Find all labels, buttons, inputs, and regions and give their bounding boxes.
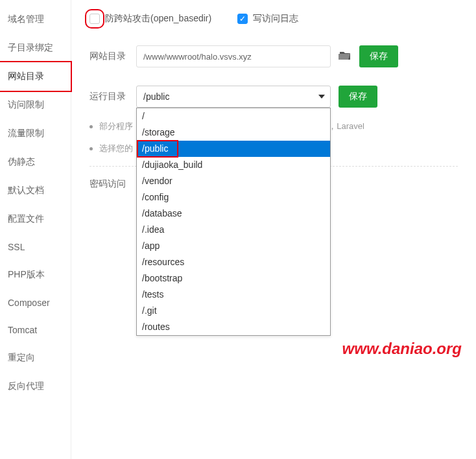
site-dir-input[interactable] bbox=[136, 45, 331, 67]
chevron-down-icon bbox=[318, 95, 325, 99]
sidebar-item-default-doc[interactable]: 默认文档 bbox=[0, 176, 71, 205]
dropdown-option[interactable]: /app bbox=[137, 238, 330, 254]
dropdown-option[interactable]: / bbox=[137, 108, 330, 124]
dropdown-option[interactable]: /config bbox=[137, 189, 330, 206]
sidebar-item-composer[interactable]: Composer bbox=[0, 289, 71, 316]
sidebar-item-subdir[interactable]: 子目录绑定 bbox=[0, 34, 71, 62]
sidebar-item-redirect[interactable]: 重定向 bbox=[0, 344, 71, 372]
dropdown-option[interactable]: /dujiaoka_build bbox=[137, 157, 330, 173]
sidebar-item-php[interactable]: PHP版本 bbox=[0, 261, 71, 289]
run-dir-select[interactable]: /public bbox=[136, 86, 331, 108]
dropdown-option[interactable]: /storage bbox=[137, 124, 330, 141]
hint-line-1a: 部分程序 bbox=[99, 121, 133, 132]
run-dir-label: 运行目录 bbox=[89, 91, 128, 102]
dropdown-option[interactable]: /.git bbox=[137, 303, 330, 319]
bullet-icon bbox=[89, 125, 93, 128]
sidebar-item-sitedir[interactable]: 网站目录 bbox=[0, 61, 72, 92]
sidebar-item-config[interactable]: 配置文件 bbox=[0, 205, 71, 233]
access-log-checkbox[interactable] bbox=[237, 14, 248, 24]
watermark: www.daniao.org bbox=[342, 340, 462, 358]
sidebar-item-tomcat[interactable]: Tomcat bbox=[0, 316, 71, 344]
access-log-label: 写访问日志 bbox=[253, 13, 298, 25]
run-dir-selected-value: /public bbox=[143, 91, 169, 102]
run-dir-dropdown: / /storage /public /dujiaoka_build /vend… bbox=[136, 108, 331, 336]
dropdown-option[interactable]: /resources bbox=[137, 254, 330, 270]
dropdown-option[interactable]: /vendor bbox=[137, 173, 330, 189]
sidebar-item-ssl[interactable]: SSL bbox=[0, 233, 71, 261]
hint-line-2: 选择您的 bbox=[99, 143, 133, 154]
open-basedir-checkbox-wrap[interactable]: 防跨站攻击(open_basedir) bbox=[89, 13, 211, 25]
sidebar-item-access[interactable]: 访问限制 bbox=[0, 91, 71, 119]
dropdown-option[interactable]: /tests bbox=[137, 287, 330, 303]
dropdown-option[interactable]: /routes bbox=[137, 319, 330, 335]
access-log-checkbox-wrap[interactable]: 写访问日志 bbox=[237, 13, 298, 25]
open-basedir-checkbox[interactable] bbox=[89, 14, 100, 24]
dropdown-option[interactable]: /bootstrap bbox=[137, 270, 330, 287]
sidebar-item-reverse-proxy[interactable]: 反向代理 bbox=[0, 372, 71, 401]
site-dir-label: 网站目录 bbox=[89, 51, 128, 62]
sidebar-item-rewrite[interactable]: 伪静态 bbox=[0, 148, 71, 176]
sidebar-item-traffic[interactable]: 流量限制 bbox=[0, 119, 71, 148]
folder-icon[interactable] bbox=[339, 51, 351, 63]
dropdown-option[interactable]: /database bbox=[137, 206, 330, 222]
run-dir-save-button[interactable]: 保存 bbox=[339, 86, 377, 108]
sidebar: 域名管理 子目录绑定 网站目录 访问限制 流量限制 伪静态 默认文档 配置文件 … bbox=[0, 0, 71, 459]
bullet-icon bbox=[89, 147, 93, 150]
sidebar-item-domain[interactable]: 域名管理 bbox=[0, 5, 71, 34]
open-basedir-label: 防跨站攻击(open_basedir) bbox=[105, 13, 211, 25]
main-content: 防跨站攻击(open_basedir) 写访问日志 网站目录 保存 运行目录 /… bbox=[71, 0, 476, 459]
dropdown-option-public[interactable]: /public bbox=[137, 141, 330, 157]
site-dir-save-button[interactable]: 保存 bbox=[359, 45, 398, 67]
dropdown-option[interactable]: /.idea bbox=[137, 222, 330, 238]
